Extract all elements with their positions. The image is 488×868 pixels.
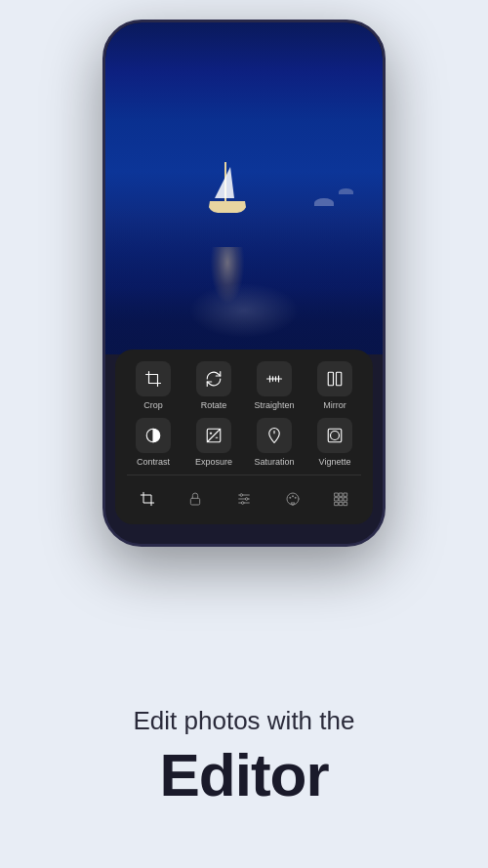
ocean-background	[105, 22, 383, 354]
svg-rect-31	[340, 498, 343, 501]
rotate-icon	[196, 361, 231, 396]
svg-rect-29	[345, 493, 347, 496]
svg-rect-34	[340, 502, 343, 505]
exposure-label: Exposure	[195, 457, 232, 467]
contrast-label: Contrast	[137, 457, 170, 467]
svg-line-9	[207, 429, 221, 442]
phone-screen: Crop Rotate Straighten	[105, 22, 383, 544]
text-section: Edit photos with the Editor	[0, 706, 488, 809]
tools-row-2: Contrast Exposure Saturation	[123, 418, 365, 467]
mirror-icon	[317, 361, 352, 396]
water-reflection	[198, 247, 257, 325]
crop-label: Crop	[143, 400, 163, 410]
straighten-tool[interactable]: Straighten	[247, 361, 302, 410]
svg-rect-30	[335, 498, 338, 501]
panel-divider	[127, 475, 361, 475]
crop-tool[interactable]: Crop	[126, 361, 181, 410]
boat	[203, 159, 252, 218]
vignette-icon	[317, 418, 352, 453]
svg-rect-16	[191, 498, 200, 505]
rotate-label: Rotate	[201, 400, 227, 410]
nav-grid-icon[interactable]	[323, 485, 358, 513]
svg-point-21	[245, 498, 248, 501]
svg-rect-5	[328, 372, 333, 386]
mirror-tool[interactable]: Mirror	[307, 361, 362, 410]
svg-rect-32	[345, 498, 347, 501]
straighten-icon	[257, 361, 292, 396]
main-title: Editor	[0, 740, 488, 809]
svg-point-20	[240, 494, 243, 497]
nav-tune-icon[interactable]	[226, 485, 262, 513]
svg-point-22	[241, 502, 244, 505]
crop-icon	[136, 361, 171, 396]
exposure-tool[interactable]: Exposure	[186, 418, 241, 467]
svg-rect-35	[345, 502, 347, 505]
mirror-label: Mirror	[323, 400, 346, 410]
nav-palette-icon[interactable]	[275, 485, 310, 513]
editor-panel: Crop Rotate Straighten	[115, 350, 373, 524]
nav-lock-icon[interactable]	[178, 485, 213, 513]
exposure-icon	[196, 418, 231, 453]
vignette-label: Vignette	[319, 457, 351, 467]
saturation-tool[interactable]: Saturation	[247, 418, 302, 467]
tools-row-1: Crop Rotate Straighten	[123, 361, 365, 410]
svg-rect-28	[340, 493, 343, 496]
svg-rect-33	[335, 502, 338, 505]
contrast-tool[interactable]: Contrast	[126, 418, 181, 467]
nav-crop-icon[interactable]	[130, 485, 165, 513]
small-boat-1	[314, 198, 334, 206]
straighten-label: Straighten	[254, 400, 294, 410]
svg-point-15	[331, 432, 340, 440]
small-boat-2	[339, 188, 353, 194]
svg-point-25	[292, 495, 294, 497]
svg-point-24	[289, 497, 291, 499]
svg-rect-27	[335, 493, 338, 496]
saturation-icon	[257, 418, 292, 453]
rotate-tool[interactable]: Rotate	[186, 361, 241, 410]
contrast-icon	[136, 418, 171, 453]
svg-rect-6	[337, 372, 342, 386]
svg-point-26	[294, 497, 296, 499]
subtitle: Edit photos with the	[0, 706, 488, 736]
vignette-tool[interactable]: Vignette	[307, 418, 362, 467]
saturation-label: Saturation	[254, 457, 294, 467]
bottom-nav	[123, 481, 365, 515]
phone-shell: Crop Rotate Straighten	[102, 20, 386, 547]
